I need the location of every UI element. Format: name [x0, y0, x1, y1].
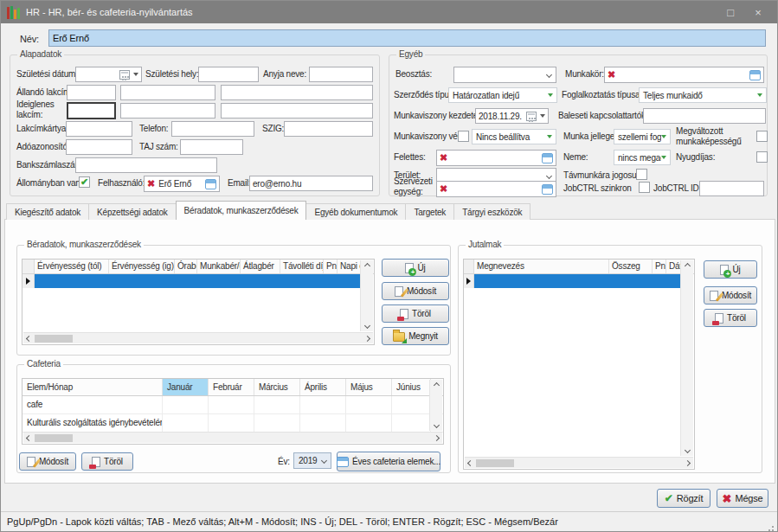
permanent-address-zip-input[interactable]: [67, 85, 116, 100]
position-select[interactable]: [453, 67, 556, 83]
vertical-scrollbar[interactable]: [360, 260, 373, 331]
tab-kiegeszito-adatok[interactable]: Kiegészítő adatok: [6, 203, 89, 220]
tab-targyi-eszkozok[interactable]: Tárgyi eszközök: [453, 203, 530, 220]
retired-checkbox[interactable]: [756, 151, 768, 163]
temporary-address-street-input[interactable]: [221, 103, 373, 119]
beradatok-edit-button[interactable]: Módosít: [382, 282, 449, 300]
close-icon[interactable]: ×: [745, 3, 771, 21]
tab-targetek[interactable]: Targetek: [405, 203, 454, 220]
lookup-icon[interactable]: [749, 70, 761, 80]
phone-input[interactable]: [171, 121, 254, 137]
horizontal-scrollbar[interactable]: [23, 332, 373, 343]
address-card-input[interactable]: [66, 121, 132, 137]
gender-select[interactable]: nincs megad: [614, 150, 671, 165]
dropdown-arrow-icon[interactable]: [540, 114, 545, 118]
cancel-button[interactable]: ✖ Mégse: [717, 489, 768, 508]
column-header[interactable]: Pn.: [324, 260, 338, 273]
jutalmak-delete-button[interactable]: Töröl: [704, 309, 757, 327]
beradatok-open-button[interactable]: Megnyit: [382, 327, 449, 345]
scroll-down-icon[interactable]: [433, 422, 439, 428]
lookup-icon[interactable]: [542, 184, 553, 195]
employment-start-input[interactable]: 2018.11.29.: [475, 108, 549, 124]
bank-account-input[interactable]: [75, 157, 217, 173]
tab-kepzettsegi-adatok[interactable]: Képzettségi adatok: [88, 203, 176, 220]
permanent-address-street-input[interactable]: [221, 85, 373, 100]
scrollbar-thumb[interactable]: [35, 434, 73, 442]
remote-work-checkbox[interactable]: [636, 169, 647, 180]
jutalmak-new-button[interactable]: Új: [704, 260, 757, 279]
scroll-down-icon[interactable]: [363, 323, 370, 329]
year-select[interactable]: 2019: [293, 452, 331, 469]
column-header[interactable]: Távolléti díj: [280, 260, 324, 273]
scrollbar-thumb[interactable]: [476, 459, 514, 467]
id-card-input[interactable]: [284, 121, 373, 137]
job-field[interactable]: ✖: [604, 67, 764, 83]
jobctrl-sync-checkbox[interactable]: [639, 182, 650, 193]
on-staff-checkbox[interactable]: ✔: [79, 176, 90, 188]
work-nature-select[interactable]: szellemi fogl.: [614, 129, 671, 144]
beradatok-new-button[interactable]: Új: [382, 259, 449, 277]
jobctrl-id-input[interactable]: [699, 181, 764, 196]
scroll-right-icon[interactable]: [434, 434, 440, 440]
org-unit-field[interactable]: ✖: [436, 181, 556, 197]
accident-contacts-input[interactable]: [643, 108, 766, 124]
scroll-up-icon[interactable]: [363, 263, 370, 269]
beradatok-delete-button[interactable]: Töröl: [382, 304, 449, 323]
scroll-left-icon[interactable]: [26, 434, 32, 440]
taj-input[interactable]: [180, 139, 243, 155]
email-input[interactable]: ero@erno.hu: [249, 176, 373, 191]
column-header[interactable]: Február: [209, 379, 254, 395]
column-header[interactable]: Április: [300, 379, 346, 395]
mother-name-input[interactable]: [309, 67, 373, 82]
tab-beradatok[interactable]: Béradatok, munkaszerződések: [176, 201, 307, 220]
column-header[interactable]: Munkabér/ór: [197, 260, 241, 273]
vertical-scrollbar[interactable]: [429, 380, 442, 431]
horizontal-scrollbar[interactable]: [23, 432, 442, 443]
vertical-scrollbar[interactable]: [680, 260, 693, 456]
column-header[interactable]: Június: [392, 379, 431, 395]
scroll-down-icon[interactable]: [684, 447, 690, 453]
contract-type-select[interactable]: Határozatlan idejű: [448, 87, 557, 103]
employment-type-select[interactable]: Teljes munkaidő: [639, 87, 767, 103]
cafeteria-edit-button[interactable]: Módosít: [19, 452, 76, 471]
user-field[interactable]: ✖ Erő Ernő: [144, 176, 220, 192]
scroll-left-icon[interactable]: [467, 459, 473, 465]
employment-end-checkbox[interactable]: [458, 131, 469, 142]
column-header[interactable]: Május: [346, 379, 392, 395]
permanent-address-city-input[interactable]: [120, 85, 215, 100]
table-row[interactable]: Kulturális szolgáltatás igénybevételére …: [23, 414, 443, 433]
cafeteria-delete-button[interactable]: Töröl: [81, 452, 133, 471]
scroll-up-icon[interactable]: [684, 263, 690, 269]
selected-table-row[interactable]: [23, 274, 361, 288]
jutalmak-edit-button[interactable]: Módosít: [704, 286, 757, 304]
maximize-icon[interactable]: □: [717, 3, 743, 21]
name-input[interactable]: Erő Ernő: [48, 29, 766, 47]
column-header[interactable]: Érvényesség (tól): [35, 260, 109, 273]
column-header-january[interactable]: Január: [163, 379, 209, 395]
scroll-right-icon[interactable]: [364, 335, 370, 341]
column-header[interactable]: Elem/Hónap: [23, 379, 163, 395]
column-header[interactable]: Átlagbér: [241, 260, 280, 273]
reduced-capacity-checkbox[interactable]: [756, 131, 768, 142]
scroll-right-icon[interactable]: [685, 459, 691, 465]
lookup-icon[interactable]: [542, 153, 553, 163]
scroll-left-icon[interactable]: [26, 335, 32, 341]
temporary-address-city-input[interactable]: [120, 103, 215, 119]
birthplace-input[interactable]: [198, 67, 259, 82]
tax-id-input[interactable]: [66, 139, 132, 155]
column-header[interactable]: Összeg: [609, 260, 653, 273]
temporary-address-zip-input[interactable]: [67, 102, 116, 119]
column-header[interactable]: Március: [254, 379, 300, 395]
birthdate-input[interactable]: [75, 67, 142, 82]
column-header[interactable]: Megnevezés: [474, 260, 609, 273]
scroll-up-icon[interactable]: [433, 382, 439, 388]
scrollbar-thumb[interactable]: [35, 335, 73, 343]
resize-grip[interactable]: [772, 526, 774, 528]
supervisor-field[interactable]: ✖: [436, 150, 556, 166]
selected-table-row[interactable]: [464, 274, 681, 288]
column-header[interactable]: Napi óra:: [338, 260, 360, 273]
yearly-cafeteria-button[interactable]: Éves cafeteria elemek...: [337, 452, 440, 471]
horizontal-scrollbar[interactable]: [465, 457, 693, 468]
table-row[interactable]: cafe: [23, 396, 443, 414]
employment-end-select[interactable]: Nincs beállítva: [472, 129, 556, 144]
